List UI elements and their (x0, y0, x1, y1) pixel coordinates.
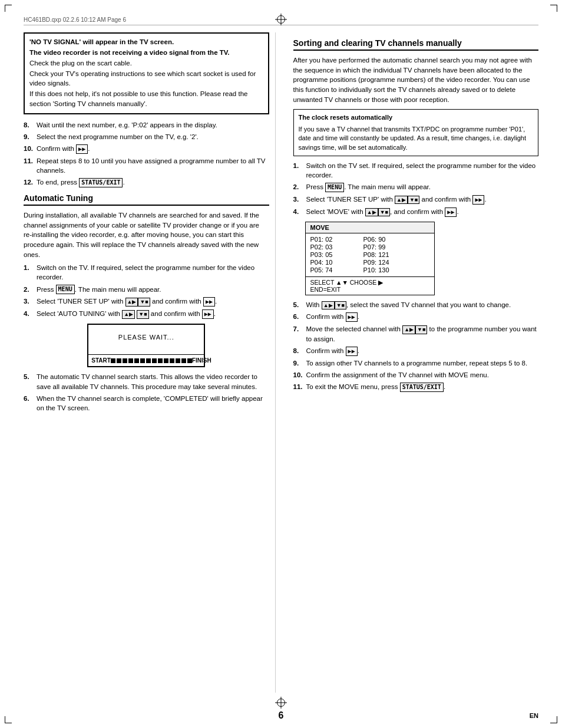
sort-step-3: 3. Select 'TUNER SET UP' with ▲▶▼■ and c… (293, 195, 539, 205)
main-content: 'NO TV SIGNAL' will appear in the TV scr… (24, 32, 538, 693)
auto-tuning-body: During installation, all available TV ch… (24, 210, 269, 259)
sort-step-1: 1. Switch on the TV set. If required, se… (293, 161, 539, 180)
dot-3 (123, 358, 127, 363)
warning-line2: The video recorder is not receiving a vi… (29, 48, 263, 57)
dot-9 (158, 358, 163, 363)
move-box-footer: SELECT ▲▼ CHOOSE ▶ END=EXIT (306, 276, 434, 295)
menu-key-1: MENU (56, 285, 75, 294)
warning-body1: Check the plug on the scart cable. (29, 58, 263, 68)
footer-crosshair (277, 699, 285, 709)
wait-finish-label: FINISH (192, 357, 211, 364)
sort-step-3-num: 3. (293, 195, 306, 204)
sort-step-10-text: Confirm the assignment of the TV channel… (306, 370, 539, 380)
arrow-down-square-4: ▼■ (378, 208, 390, 217)
ff-key-5: ▶▶ (346, 312, 358, 322)
move-row-1: P01: 02 P06: 90 (310, 236, 429, 243)
sort-step-7: 7. Move the selected channel with ▲▶▼■ t… (293, 324, 539, 343)
wait-box-inner: PLEASE WAIT... (88, 325, 204, 354)
move-row-4-left: P04: 10 (310, 259, 352, 266)
step-8-text: Wait until the next number, e.g. 'P:02' … (37, 120, 269, 130)
at-step-3: 3. Select 'TUNER SET UP' with ▲▶▼■ and c… (24, 297, 269, 307)
step-12-text: To end, press STATUS/EXIT. (37, 177, 269, 187)
step-11-text: Repeat steps 8 to 10 until you have assi… (37, 156, 269, 175)
step-11: 11. Repeat steps 8 to 10 until you have … (24, 156, 269, 175)
dot-5 (134, 358, 139, 363)
dot-7 (146, 358, 151, 363)
arrow-up-right-1: ▲▶ (125, 298, 138, 307)
move-box-header: MOVE (306, 222, 434, 233)
step-12: 12. To end, press STATUS/EXIT. (24, 177, 269, 187)
at-step-4-num: 4. (24, 309, 37, 318)
step-9: 9. Select the next programme number on t… (24, 132, 269, 141)
wait-start-label: START (91, 357, 111, 364)
warning-line1: 'NO TV SIGNAL' will appear in the TV scr… (29, 37, 263, 47)
reg-mark-tl (5, 5, 12, 12)
ff-key-4: ▶▶ (445, 207, 457, 217)
sort-step-9: 9. To assign other TV channels to a prog… (293, 358, 539, 368)
sort-step-5: 5. With ▲▶▼■, select the saved TV channe… (293, 300, 539, 309)
step-9-text: Select the next programme number on the … (37, 132, 269, 141)
sort-step-9-num: 9. (293, 358, 306, 368)
at-step-1-text: Switch on the TV. If required, select th… (37, 263, 269, 282)
ff-key-6: ▶▶ (346, 347, 358, 356)
move-row-2-left: P02: 03 (310, 243, 352, 251)
at-step-5-num: 5. (24, 372, 37, 381)
page-number: 6 (279, 710, 284, 721)
move-row-2-right: P07: 99 (363, 243, 405, 251)
at-step-2-text: Press MENU. The main menu will appear. (37, 285, 269, 295)
wait-box: PLEASE WAIT... START (87, 324, 205, 367)
ff-key-2: ▶▶ (202, 309, 214, 319)
at-step-3-text: Select 'TUNER SET UP' with ▲▶▼■ and conf… (37, 297, 269, 307)
sort-step-11-num: 11. (293, 382, 306, 391)
arrow-up-right-3: ▲▶ (395, 196, 408, 205)
move-box: MOVE P01: 02 P06: 90 P02: 03 P07: 99 P03… (305, 222, 435, 295)
at-step-2-num: 2. (24, 285, 37, 294)
move-row-5-left: P05: 74 (310, 266, 352, 274)
arrow-up-right-4: ▲▶ (365, 208, 378, 217)
arrow-up-right-2: ▲▶ (122, 310, 135, 319)
arrow-up-right-6: ▲▶ (402, 325, 415, 334)
sorting-heading: Sorting and clearing TV channels manuall… (293, 38, 539, 51)
dot-10 (164, 358, 168, 363)
dot-13 (181, 358, 186, 363)
auto-tuning-section: Automatic Tuning During installation, al… (24, 193, 269, 413)
dot-14 (187, 358, 192, 363)
at-step-1: 1. Switch on the TV. If required, select… (24, 263, 269, 282)
sort-step-2-num: 2. (293, 182, 306, 192)
sort-step-6-text: Confirm with ▶▶. (306, 312, 539, 322)
at-step-4-text: Select 'AUTO TUNING' with ▲▶ ▼■ and conf… (37, 309, 269, 319)
reg-mark-tr (550, 5, 557, 12)
at-step-3-num: 3. (24, 297, 37, 306)
sort-step-5-text: With ▲▶▼■, select the saved TV channel t… (306, 300, 539, 309)
step-10-text: Confirm with ▶▶. (37, 144, 269, 154)
progress-dots (111, 358, 192, 363)
lang-label: EN (530, 712, 538, 719)
arrow-down-square-3: ▼■ (408, 196, 419, 205)
reg-mark-bl (5, 716, 12, 723)
dot-1 (111, 358, 115, 363)
move-row-4: P04: 10 P09: 124 (310, 259, 429, 266)
move-row-2: P02: 03 P07: 99 (310, 243, 429, 251)
sort-step-11-text: To exit the MOVE menu, press STATUS/EXIT… (306, 382, 539, 392)
page: HC461BD.qxp 02.2.6 10:12 AM Page 6 'NO T… (0, 0, 562, 728)
dot-6 (140, 358, 145, 363)
step-10: 10. Confirm with ▶▶. (24, 144, 269, 154)
dot-2 (117, 358, 121, 363)
dot-12 (176, 358, 180, 363)
dot-8 (152, 358, 157, 363)
menu-key-2: MENU (325, 183, 344, 192)
at-step-6-text: When the TV channel search is complete, … (37, 394, 269, 413)
sort-step-6: 6. Confirm with ▶▶. (293, 312, 539, 322)
step-12-num: 12. (24, 177, 37, 187)
move-box-body: P01: 02 P06: 90 P02: 03 P07: 99 P03: 05 … (306, 233, 434, 276)
at-step-6: 6. When the TV channel search is complet… (24, 394, 269, 413)
step-9-num: 9. (24, 132, 37, 141)
move-row-3: P03: 05 P08: 121 (310, 251, 429, 258)
sort-step-2: 2. Press MENU. The main menu will appear… (293, 182, 539, 192)
step-8-num: 8. (24, 120, 37, 130)
at-step-1-num: 1. (24, 263, 37, 272)
at-step-5: 5. The automatic TV channel search start… (24, 372, 269, 391)
info-box: The clock resets automatically If you sa… (293, 109, 539, 156)
arrow-down-square-1: ▼■ (138, 298, 150, 307)
arrow-down-square-2: ▼■ (137, 310, 148, 319)
